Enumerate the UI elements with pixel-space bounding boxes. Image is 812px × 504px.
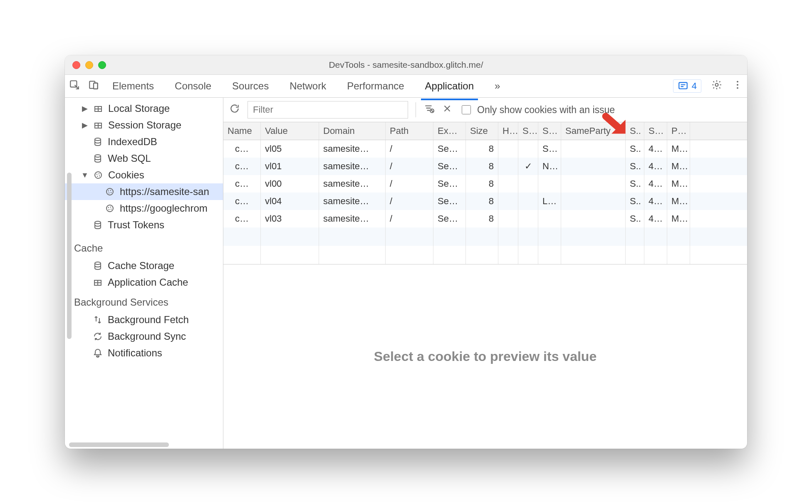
sidebar-item-bg-sync[interactable]: Background Sync bbox=[65, 328, 223, 345]
table-row[interactable]: c… vl03 samesite… / Se… 8 S.. 4… M… bbox=[223, 210, 747, 227]
database-icon bbox=[93, 220, 103, 230]
cookie-icon bbox=[93, 170, 103, 180]
application-sidebar: ▶ Local Storage ▶ Session Storage Indexe… bbox=[65, 98, 223, 449]
sidebar-item-label: Web SQL bbox=[108, 153, 151, 164]
svg-point-21 bbox=[109, 193, 109, 193]
bell-icon bbox=[93, 348, 103, 358]
svg-point-18 bbox=[106, 188, 113, 195]
sidebar-item-trust-tokens[interactable]: Trust Tokens bbox=[65, 217, 223, 233]
svg-point-23 bbox=[106, 205, 113, 212]
col-expires[interactable]: Ex… bbox=[433, 122, 466, 140]
sidebar-item-label: Cache Storage bbox=[108, 260, 174, 272]
col-name[interactable]: Name bbox=[223, 122, 261, 140]
close-window-button[interactable] bbox=[72, 61, 80, 69]
svg-point-29 bbox=[95, 262, 101, 264]
sidebar-item-label: https://googlechrom bbox=[120, 203, 208, 214]
tab-performance[interactable]: Performance bbox=[345, 76, 406, 96]
svg-point-14 bbox=[97, 174, 97, 175]
kebab-menu-icon[interactable] bbox=[732, 79, 743, 93]
window-title: DevTools - samesite-sandbox.glitch.me/ bbox=[65, 60, 747, 70]
sidebar-item-websql[interactable]: Web SQL bbox=[65, 150, 223, 167]
svg-point-28 bbox=[95, 221, 101, 224]
issues-button[interactable]: 4 bbox=[673, 79, 701, 93]
sidebar-item-session-storage[interactable]: ▶ Session Storage bbox=[65, 117, 223, 133]
col-value[interactable]: Value bbox=[261, 122, 319, 140]
device-toggle-icon[interactable] bbox=[88, 79, 99, 93]
sidebar-scrollbar-h[interactable] bbox=[69, 442, 169, 447]
sync-icon bbox=[93, 331, 103, 341]
col-size[interactable]: Size bbox=[466, 122, 498, 140]
traffic-lights bbox=[72, 61, 106, 69]
col-s2[interactable]: S… bbox=[644, 122, 667, 140]
sidebar-item-bg-fetch[interactable]: Background Fetch bbox=[65, 311, 223, 328]
svg-point-6 bbox=[737, 81, 738, 82]
sidebar-item-label: Background Fetch bbox=[108, 314, 189, 326]
col-httponly[interactable]: H… bbox=[498, 122, 518, 140]
col-s1[interactable]: S.. bbox=[626, 122, 644, 140]
only-issues-checkbox-input[interactable] bbox=[462, 105, 471, 114]
devtools-tabs-row: Elements Console Sources Network Perform… bbox=[65, 75, 747, 98]
cookies-toolbar: Only show cookies with an issue bbox=[223, 98, 747, 122]
svg-rect-4 bbox=[679, 82, 687, 89]
col-secure[interactable]: S… bbox=[518, 122, 538, 140]
database-icon bbox=[93, 153, 103, 163]
database-icon bbox=[93, 261, 103, 271]
maximize-window-button[interactable] bbox=[98, 61, 106, 69]
sidebar-item-cookie-origin[interactable]: https://googlechrom bbox=[65, 200, 223, 217]
svg-point-7 bbox=[737, 84, 738, 86]
col-domain[interactable]: Domain bbox=[319, 122, 386, 140]
sidebar-item-label: Notifications bbox=[108, 347, 162, 359]
col-sameparty[interactable]: SameParty bbox=[561, 122, 626, 140]
devtools-tabs: Elements Console Sources Network Perform… bbox=[111, 76, 673, 96]
col-path[interactable]: Path bbox=[386, 122, 433, 140]
sidebar-item-label: Local Storage bbox=[108, 103, 170, 114]
sidebar-item-indexeddb[interactable]: IndexedDB bbox=[65, 133, 223, 150]
table-row[interactable]: c… vl01 samesite… / Se… 8 ✓ N… S.. 4… M… bbox=[223, 158, 747, 175]
sidebar-item-local-storage[interactable]: ▶ Local Storage bbox=[65, 100, 223, 117]
sidebar-item-label: Cookies bbox=[108, 169, 144, 181]
tab-console[interactable]: Console bbox=[173, 76, 213, 96]
table-row[interactable]: c… vl04 samesite… / Se… 8 L… S.. 4… M… bbox=[223, 193, 747, 210]
tab-elements[interactable]: Elements bbox=[111, 76, 156, 96]
tab-network[interactable]: Network bbox=[288, 76, 328, 96]
table-row-empty bbox=[223, 227, 747, 246]
cookie-icon bbox=[105, 187, 115, 197]
table-row[interactable]: c… vl05 samesite… / Se… 8 S… S.. 4… M… bbox=[223, 140, 747, 158]
settings-gear-icon[interactable] bbox=[711, 79, 722, 93]
minimize-window-button[interactable] bbox=[85, 61, 93, 69]
col-priority[interactable]: P… bbox=[667, 122, 690, 140]
clear-icon[interactable] bbox=[442, 103, 453, 116]
sidebar-item-cache-storage[interactable]: Cache Storage bbox=[65, 257, 223, 274]
sidebar-item-label: https://samesite-san bbox=[120, 186, 209, 198]
svg-point-13 bbox=[95, 172, 102, 178]
tabs-overflow[interactable]: » bbox=[493, 76, 502, 96]
table-row[interactable]: c… vl00 samesite… / Se… 8 S.. 4… M… bbox=[223, 175, 747, 193]
sidebar-item-cookies[interactable]: ▼ Cookies bbox=[65, 167, 223, 183]
devtools-window: DevTools - samesite-sandbox.glitch.me/ E… bbox=[65, 55, 747, 449]
cookies-table: Name Value Domain Path Ex… Size H… S… S…… bbox=[223, 122, 747, 264]
sidebar-item-app-cache[interactable]: Application Cache bbox=[65, 274, 223, 291]
svg-point-12 bbox=[95, 155, 101, 157]
svg-point-25 bbox=[110, 207, 111, 208]
disclosure-down-icon: ▼ bbox=[82, 171, 88, 180]
cookies-filter-input[interactable] bbox=[248, 101, 408, 119]
tab-sources[interactable]: Sources bbox=[230, 76, 270, 96]
cookies-table-header[interactable]: Name Value Domain Path Ex… Size H… S… S…… bbox=[223, 122, 747, 140]
storage-grid-icon bbox=[93, 104, 103, 114]
disclosure-right-icon: ▶ bbox=[82, 121, 88, 130]
transfer-icon bbox=[93, 315, 103, 325]
svg-rect-2 bbox=[94, 83, 98, 89]
clear-filtered-icon[interactable] bbox=[423, 103, 434, 116]
svg-point-20 bbox=[110, 190, 111, 191]
database-icon bbox=[93, 137, 103, 147]
sidebar-section-bg: Background Services bbox=[65, 291, 223, 311]
tab-application[interactable]: Application bbox=[423, 76, 475, 96]
sidebar-item-cookie-origin[interactable]: https://samesite-san bbox=[65, 183, 223, 200]
inspect-icon[interactable] bbox=[69, 79, 80, 93]
refresh-icon[interactable] bbox=[229, 103, 240, 116]
sidebar-scrollbar-v[interactable] bbox=[67, 173, 72, 339]
col-samesite[interactable]: S… bbox=[538, 122, 561, 140]
only-issues-checkbox[interactable]: Only show cookies with an issue bbox=[460, 104, 615, 116]
cookie-icon bbox=[105, 203, 115, 213]
sidebar-item-notifications[interactable]: Notifications bbox=[65, 345, 223, 361]
